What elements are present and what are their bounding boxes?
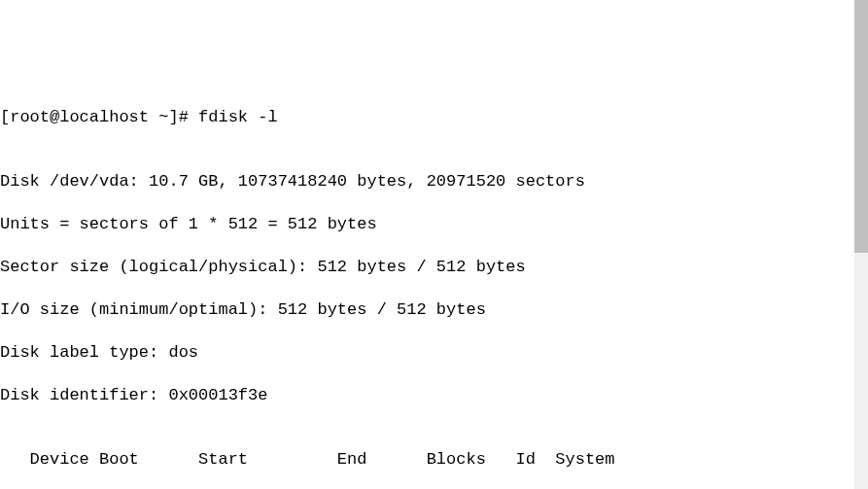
disk-label-dos: Disk label type: dos [0, 342, 868, 364]
io-size-line: I/O size (minimum/optimal): 512 bytes / … [0, 299, 868, 321]
terminal-output[interactable]: [root@localhost ~]# fdisk -l Disk /dev/v… [0, 86, 868, 489]
units-line: Units = sectors of 1 * 512 = 512 bytes [0, 214, 868, 235]
prompt-line-1: [root@localhost ~]# fdisk -l [0, 107, 868, 128]
sector-size-line: Sector size (logical/physical): 512 byte… [0, 257, 868, 278]
scrollbar-thumb[interactable] [854, 0, 868, 253]
disk-vda-header: Disk /dev/vda: 10.7 GB, 10737418240 byte… [0, 171, 868, 192]
shell-prompt: [root@localhost ~]# [0, 108, 198, 126]
command-text: fdisk -l [198, 108, 278, 126]
scrollbar-track[interactable] [854, 0, 868, 489]
disk-identifier: Disk identifier: 0x00013f3e [0, 385, 868, 406]
partition-table-header-vda: Device Boot Start End Blocks Id System [0, 449, 868, 471]
